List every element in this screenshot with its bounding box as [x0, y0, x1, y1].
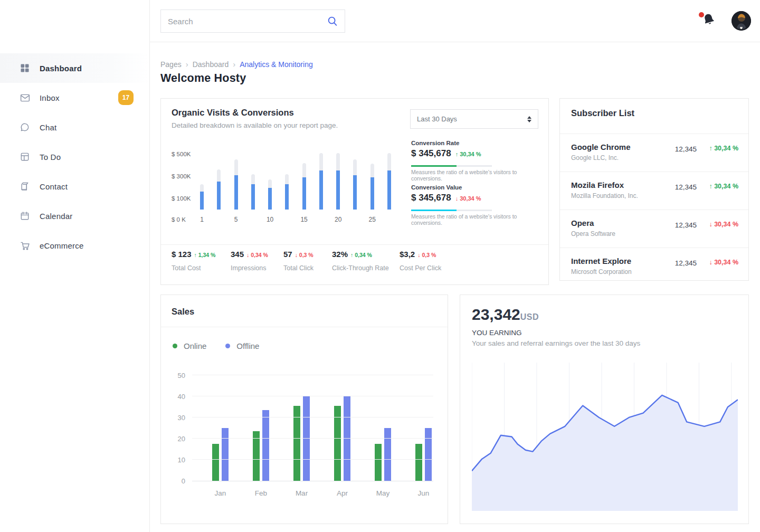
x-tick-label: 25: [369, 216, 376, 223]
y-tick-label: 20: [173, 435, 185, 443]
topbar: [150, 0, 760, 42]
notification-dot: [699, 12, 704, 17]
organic-bar: [319, 153, 323, 210]
search-icon[interactable]: [327, 15, 338, 27]
subscriber-count: 12,345: [675, 221, 697, 229]
x-tick-label: 15: [300, 216, 307, 223]
subscriber-row[interactable]: Internet Explore Microsoft Corporation 1…: [560, 248, 748, 286]
metric-progress-track: [411, 165, 492, 167]
subscriber-name: Opera: [571, 218, 594, 227]
subscriber-row[interactable]: Google Chrome Google LLC, Inc. 12,345 ↑ …: [560, 134, 748, 172]
organic-bar: [387, 153, 391, 210]
conversion-rate-metric: Conversion Rate $ 345,678↑ 30,34 % Measu…: [411, 140, 540, 182]
sales-bar-offline: [344, 396, 350, 481]
sidebar-item-contact[interactable]: Contact: [0, 172, 149, 201]
subscriber-list-card: Subscriber List Google Chrome Google LLC…: [559, 98, 749, 281]
organic-bar: [217, 169, 221, 210]
y-tick-label: 0: [173, 477, 185, 485]
stat-cost-per-click: $3,2↓ 0,3 % Cost Per Click: [400, 250, 441, 272]
sales-bar-group: [334, 396, 350, 481]
sidebar-item-label: Calendar: [40, 212, 72, 221]
sales-bar-group: [415, 428, 432, 481]
stat-label: Total Cost: [172, 264, 215, 272]
organic-bar: [268, 179, 272, 210]
organic-bar-fill: [336, 170, 340, 210]
legend-item-online[interactable]: Online: [173, 341, 206, 350]
subscriber-company: Mozilla Foundation, Inc.: [571, 192, 638, 200]
sidebar-item-todo[interactable]: To Do: [0, 142, 149, 172]
sales-bar-group: [212, 428, 229, 481]
user-avatar[interactable]: [732, 11, 751, 31]
legend-label: Offline: [236, 341, 259, 350]
organic-bar-fill: [319, 170, 323, 210]
y-tick-label: 30: [173, 414, 185, 422]
calendar-icon: [19, 210, 31, 222]
divider: [161, 244, 548, 245]
y-tick-label: 40: [173, 393, 185, 401]
metric-value: $ 345,678↑ 30,34 %: [411, 148, 540, 159]
card-subtitle: Detailed breakdown is available on your …: [172, 121, 338, 129]
gridline: [192, 438, 433, 439]
earnings-area-chart: [472, 363, 738, 511]
sidebar-item-calendar[interactable]: Calendar: [0, 201, 149, 231]
breadcrumb-pages[interactable]: Pages: [160, 60, 182, 69]
sidebar-item-inbox[interactable]: Inbox 17: [0, 83, 149, 112]
y-tick-label: $ 0 K: [172, 216, 196, 223]
metric-label: Conversion Value: [411, 184, 540, 191]
subscriber-row[interactable]: Opera Opera Software 12,345 ↓ 30,34 %: [560, 210, 748, 248]
x-tick-label: 10: [267, 216, 273, 223]
breadcrumb-separator: ›: [233, 60, 235, 69]
period-select[interactable]: Last 30 Days: [410, 109, 538, 129]
subscriber-name: Google Chrome: [571, 142, 631, 151]
x-tick-label: 5: [234, 216, 238, 223]
x-tick-label: Mar: [293, 489, 310, 497]
gridline: [192, 459, 433, 460]
stat-value: 57: [283, 250, 292, 259]
organic-bar: [302, 163, 306, 210]
notification-bell-icon[interactable]: [702, 13, 720, 31]
sales-bar-offline: [222, 428, 229, 481]
search-input[interactable]: [161, 17, 327, 26]
organic-bar-chart: [200, 151, 391, 210]
stat-label: Impressions: [231, 264, 268, 272]
subscriber-name: Mozila Firefox: [571, 180, 624, 189]
sidebar-item-chat[interactable]: Chat: [0, 112, 149, 142]
subscriber-change: ↓ 30,34 %: [709, 259, 738, 266]
organic-visits-card: Organic Visits & Conversions Detailed br…: [160, 98, 549, 285]
legend-dot: [225, 344, 230, 348]
organic-bar-fill: [302, 177, 306, 210]
metric-change: ↑ 30,34 %: [455, 151, 481, 157]
organic-bar: [336, 153, 340, 210]
subscriber-row[interactable]: Mozila Firefox Mozilla Foundation, Inc. …: [560, 172, 748, 210]
organic-chart-x-axis: 1510152025: [200, 216, 391, 223]
conversion-value-metric: Conversion Value $ 345,678↓ 30,34 % Meas…: [411, 184, 540, 226]
dashboard-grid-icon: [19, 62, 31, 74]
organic-bar-fill: [285, 184, 289, 210]
x-tick-label: 1: [200, 216, 204, 223]
stat-change: ↑ 0,34 %: [350, 252, 372, 258]
sidebar-item-ecommerce[interactable]: eCommerce: [0, 231, 149, 260]
breadcrumb-dashboard[interactable]: Dashboard: [193, 60, 229, 69]
organic-bar: [353, 159, 357, 210]
subscriber-count: 12,345: [675, 259, 697, 267]
legend-item-offline[interactable]: Offline: [225, 341, 259, 350]
subscriber-company: Google LLC, Inc.: [571, 154, 619, 162]
sidebar-item-dashboard[interactable]: Dashboard: [0, 53, 149, 83]
sidebar-nav: Dashboard Inbox 17 Chat To Do: [0, 53, 149, 260]
earnings-amount: 23,342USD: [472, 306, 539, 324]
organic-bar-fill: [234, 175, 238, 210]
logo-area: [0, 0, 149, 42]
breadcrumb-analytics[interactable]: Analytics & Monitoring: [240, 60, 313, 69]
metric-progress-fill: [411, 210, 457, 211]
organic-bar-fill: [251, 184, 255, 210]
organic-bar-fill: [353, 175, 357, 210]
x-tick-label: Apr: [334, 489, 350, 497]
divider: [161, 327, 448, 327]
organic-bar: [251, 174, 255, 210]
metric-progress-track: [411, 210, 492, 211]
stat-label: Cost Per Click: [400, 264, 441, 272]
stat-label: Click-Through Rate: [332, 264, 389, 272]
stat-change: ↓ 0,3 %: [295, 252, 314, 258]
gridline: [192, 396, 433, 396]
sidebar: Dashboard Inbox 17 Chat To Do: [0, 0, 150, 532]
